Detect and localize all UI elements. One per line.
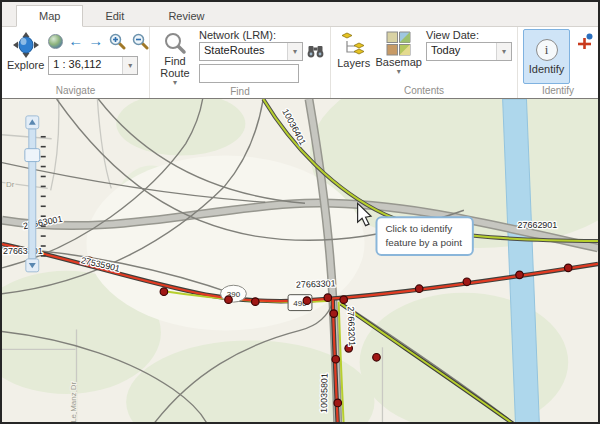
- identify-button[interactable]: i Identify: [523, 29, 570, 84]
- tooltip-line-1: Click to identify: [385, 223, 452, 234]
- identify-group-label: Identify: [523, 85, 593, 98]
- layers-label: Layers: [337, 57, 370, 69]
- map-scale-combo[interactable]: 1 : 36,112 ▾: [48, 56, 138, 75]
- chevron-down-icon[interactable]: ▾: [173, 79, 177, 86]
- basemap-grid-icon: [386, 31, 411, 56]
- route-label-27663301: 27663301: [296, 278, 336, 289]
- map-view: 390 490 27663001 27663101 27535901 27663…: [2, 98, 598, 424]
- group-find: Find Route ▾ Network (LRM): StateRoutes …: [150, 27, 331, 98]
- zoom-out-icon[interactable]: [131, 32, 149, 50]
- identify-route-location-icon[interactable]: [576, 33, 593, 50]
- route-id-input[interactable]: [199, 64, 299, 83]
- binoculars-icon[interactable]: [307, 44, 324, 59]
- network-lrm-label: Network (LRM):: [199, 29, 324, 41]
- zoom-slider-thumb[interactable]: [25, 149, 40, 162]
- route-label-27662901: 27662901: [518, 220, 558, 230]
- explore-compass-icon: [12, 31, 40, 59]
- view-date-value: Today: [427, 43, 496, 60]
- group-navigate: Explore ← →: [2, 27, 150, 98]
- group-contents: Layers Basemap ▾ View Date:: [331, 27, 518, 98]
- map-scale-value: 1 : 36,112: [49, 57, 122, 74]
- previous-extent-icon[interactable]: ←: [68, 34, 83, 48]
- ribbon: Explore ← →: [2, 27, 598, 98]
- chevron-down-icon[interactable]: ▾: [496, 43, 511, 60]
- layers-tree-icon: [341, 31, 367, 57]
- find-route-button[interactable]: Find Route ▾: [155, 29, 195, 86]
- chevron-down-icon[interactable]: ▾: [122, 57, 137, 74]
- navigate-group-label: Navigate: [7, 85, 144, 98]
- identify-i-icon: i: [536, 39, 558, 61]
- network-lrm-combo[interactable]: StateRoutes ▾: [199, 42, 303, 61]
- map-canvas[interactable]: 390 490 27663001 27663101 27535901 27663…: [2, 99, 598, 424]
- explore-label: Explore: [7, 59, 44, 71]
- identify-label: Identify: [529, 63, 564, 75]
- ribbon-tab-bar: Map Edit Review: [2, 2, 598, 27]
- find-route-magnifier-icon: [163, 31, 187, 55]
- street-label-le-manz-dr: Le Manz Dr: [69, 381, 78, 422]
- network-lrm-value: StateRoutes: [200, 43, 287, 60]
- next-extent-icon[interactable]: →: [88, 34, 103, 48]
- tab-review[interactable]: Review: [146, 6, 226, 26]
- basemap-button[interactable]: Basemap ▾: [376, 29, 422, 75]
- explore-button[interactable]: Explore: [7, 29, 44, 71]
- find-route-label-1: Find: [164, 55, 185, 67]
- route-label-27663101: 27663101: [3, 246, 43, 256]
- identify-tooltip: Click to identify feature by a point: [376, 217, 472, 255]
- tab-edit[interactable]: Edit: [83, 6, 146, 26]
- layers-button[interactable]: Layers: [336, 29, 372, 69]
- zoom-in-icon[interactable]: [108, 32, 126, 50]
- contents-group-label: Contents: [336, 85, 512, 98]
- route-label-10035801: 10035801: [319, 373, 330, 413]
- app-window: Map Edit Review Explore: [0, 0, 600, 424]
- view-date-label: View Date:: [426, 29, 512, 41]
- group-identify: i Identify Identify: [518, 27, 598, 98]
- tooltip-line-2: feature by a point: [385, 237, 462, 248]
- full-extent-globe-icon[interactable]: [48, 34, 63, 49]
- view-date-combo[interactable]: Today ▾: [426, 42, 512, 61]
- chevron-down-icon[interactable]: ▾: [287, 43, 302, 60]
- chevron-down-icon[interactable]: ▾: [397, 68, 401, 75]
- tab-map[interactable]: Map: [16, 5, 83, 27]
- route-label-27663201: 27663201: [346, 306, 357, 346]
- street-label-dr: Dr: [6, 180, 15, 189]
